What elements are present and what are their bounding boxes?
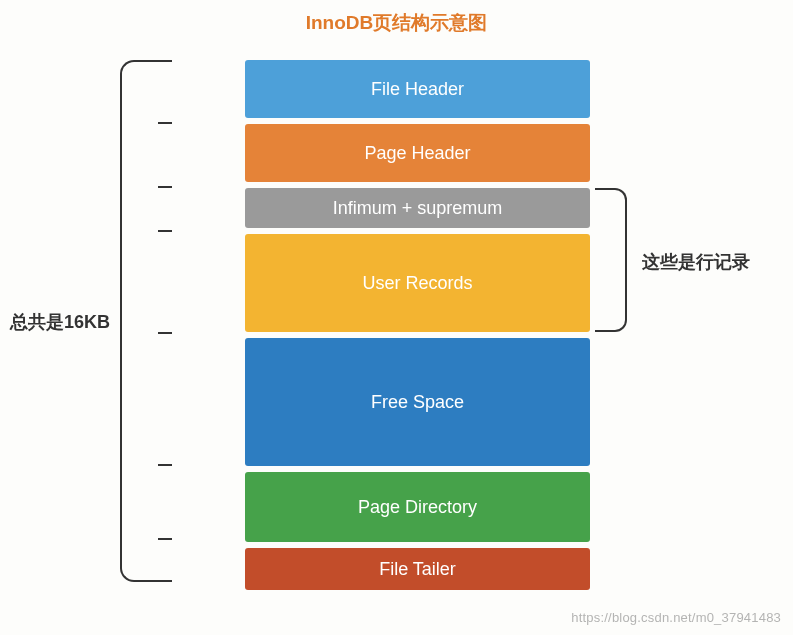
block-infimum: Infimum + supremum xyxy=(245,188,590,228)
total-size-label: 总共是16KB xyxy=(10,310,110,334)
block-page-directory: Page Directory xyxy=(245,472,590,542)
block-user-records: User Records xyxy=(245,234,590,332)
row-records-label: 这些是行记录 xyxy=(642,250,750,274)
watermark: https://blog.csdn.net/m0_37941483 xyxy=(571,610,781,625)
diagram-title: InnoDB页结构示意图 xyxy=(0,10,793,36)
block-free-space: Free Space xyxy=(245,338,590,466)
block-file-tailer: File Tailer xyxy=(245,548,590,590)
total-size-bracket xyxy=(120,60,158,582)
row-records-bracket xyxy=(595,188,627,332)
tick-column xyxy=(158,60,238,582)
page-structure-stack: File Header Page Header Infimum + suprem… xyxy=(245,60,590,590)
block-file-header: File Header xyxy=(245,60,590,118)
block-page-header: Page Header xyxy=(245,124,590,182)
